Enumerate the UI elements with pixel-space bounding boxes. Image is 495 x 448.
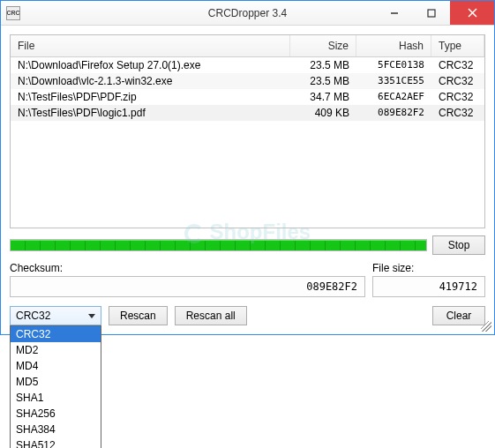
close-icon [468,8,477,18]
cell-size: 23.5 MB [290,58,356,72]
algorithm-option[interactable]: MD5 [11,374,101,390]
progress-bar [10,239,427,251]
list-header[interactable]: File Size Hash Type [11,35,484,57]
algorithm-dropdown[interactable]: CRC32MD2MD4MD5SHA1SHA256SHA384SHA512CRC1… [10,325,101,448]
cell-type: CRC32 [431,58,484,72]
file-list[interactable]: File Size Hash Type N:\Download\Firefox … [10,34,485,228]
header-hash[interactable]: Hash [356,35,431,56]
app-icon: CRC [6,6,20,20]
algorithm-combo[interactable]: CRC32 CRC32MD2MD4MD5SHA1SHA256SHA384SHA5… [10,306,101,325]
cell-file: N:\TestFiles\PDF\logic1.pdf [11,106,290,120]
clear-button[interactable]: Clear [432,306,485,325]
chevron-down-icon [88,314,95,318]
cell-file: N:\Download\Firefox Setup 27.0(1).exe [11,58,290,72]
cell-hash: 3351CE55 [356,74,431,88]
filesize-field[interactable]: 419712 [372,276,485,297]
cell-file: N:\Download\vlc-2.1.3-win32.exe [11,74,290,88]
resize-grip[interactable] [481,321,491,332]
algorithm-option[interactable]: SHA256 [11,406,101,422]
cell-type: CRC32 [431,106,484,120]
algorithm-option[interactable]: SHA384 [11,422,101,437]
rescan-all-button[interactable]: Rescan all [175,306,247,325]
maximize-icon [427,9,436,18]
table-row[interactable]: N:\TestFiles\PDF\logic1.pdf409 KB089E82F… [11,105,484,121]
titlebar[interactable]: CRC CRCDropper 3.4 [1,1,494,26]
list-rows: N:\Download\Firefox Setup 27.0(1).exe23.… [11,57,484,121]
minimize-button[interactable] [376,1,413,25]
algorithm-option[interactable]: MD2 [11,342,101,358]
maximize-button[interactable] [413,1,450,25]
header-size[interactable]: Size [290,35,356,56]
svg-rect-1 [428,10,435,17]
cell-size: 23.5 MB [290,74,356,88]
cell-type: CRC32 [431,90,484,104]
table-row[interactable]: N:\Download\vlc-2.1.3-win32.exe23.5 MB33… [11,73,484,89]
app-window: CRC CRCDropper 3.4 File Size Hash Type N… [0,0,495,335]
algorithm-option[interactable]: MD4 [11,358,101,374]
table-row[interactable]: N:\Download\Firefox Setup 27.0(1).exe23.… [11,57,484,73]
minimize-icon [390,9,399,18]
header-file[interactable]: File [11,35,290,56]
header-type[interactable]: Type [431,35,484,56]
checksum-label: Checksum: [10,262,63,274]
checksum-field[interactable]: 089E82F2 [10,276,365,297]
stop-button[interactable]: Stop [432,235,485,255]
cell-type: CRC32 [431,74,484,88]
filesize-label: File size: [372,262,485,274]
close-button[interactable] [450,1,494,25]
cell-file: N:\TestFiles\PDF\PDF.zip [11,90,290,104]
cell-size: 34.7 MB [290,90,356,104]
algorithm-combo-display[interactable]: CRC32 [10,306,101,325]
algorithm-option[interactable]: SHA512 [11,437,101,448]
rescan-button[interactable]: Rescan [109,306,168,325]
cell-size: 409 KB [290,106,356,120]
algorithm-selected: CRC32 [16,310,50,322]
cell-hash: 6ECA2AEF [356,90,431,104]
table-row[interactable]: N:\TestFiles\PDF\PDF.zip34.7 MB6ECA2AEFC… [11,89,484,105]
algorithm-option[interactable]: SHA1 [11,390,101,406]
algorithm-option[interactable]: CRC32 [11,326,101,342]
cell-hash: 089E82F2 [356,106,431,120]
client-area: File Size Hash Type N:\Download\Firefox … [1,26,494,334]
cell-hash: 5FCE0138 [356,58,431,72]
